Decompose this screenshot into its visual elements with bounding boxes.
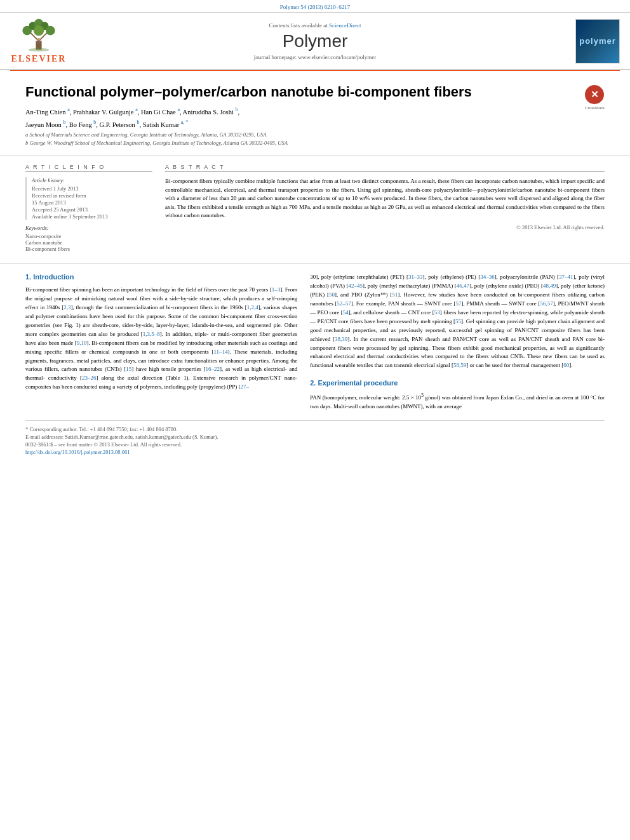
- experimental-title-text: Experimental procedure: [318, 379, 398, 387]
- ref-38-39[interactable]: 38,39: [335, 336, 347, 342]
- ref-52-57[interactable]: 52–57: [337, 300, 351, 307]
- article-info-header: A R T I C L E I N F O: [25, 164, 152, 172]
- article-title-section: Functional polymer–polymer/carbon nanotu…: [0, 71, 630, 156]
- elsevier-brand-text: ELSEVIER: [11, 54, 67, 64]
- ref-15[interactable]: 15: [126, 366, 131, 372]
- email-link-2[interactable]: satish.kumar@gatech.edu: [135, 434, 191, 440]
- polymer-brand-label: polymer: [579, 36, 616, 46]
- ref-1-2-4[interactable]: 1,2,4: [247, 304, 258, 310]
- keywords-label: Keywords:: [25, 225, 152, 231]
- email-label: E-mail addresses:: [25, 434, 64, 440]
- email-link-1[interactable]: Satish.Kumar@mse.gatech.edu: [65, 434, 133, 440]
- affiliation-b: b George W. Woodruff School of Mechanica…: [25, 140, 579, 146]
- article-info-abstract-section: A R T I C L E I N F O Article history: R…: [0, 156, 630, 264]
- abstract-header: A B S T R A C T: [165, 164, 605, 172]
- article-history: Article history: Received 1 July 2013 Re…: [25, 177, 152, 220]
- ref-16-22[interactable]: 16–22: [206, 366, 220, 372]
- ref-53[interactable]: 53: [434, 309, 440, 316]
- ref-1-3[interactable]: 1–3: [272, 286, 281, 293]
- article-title: Functional polymer–polymer/carbon nanotu…: [25, 84, 579, 100]
- ref-2-3[interactable]: 2,3: [64, 304, 70, 310]
- crossmark-badge[interactable]: ✕ CrossMark: [585, 85, 605, 110]
- abstract-text: Bi-component fibers typically combine mu…: [165, 177, 605, 220]
- keywords-block: Keywords: Nano-composite Carbon nanotube…: [25, 225, 152, 252]
- journal-reference: Polymer 54 (2013) 6210–6217: [0, 0, 630, 12]
- ref-48-49[interactable]: 48,49: [543, 283, 556, 289]
- accepted-date: Accepted 25 August 2013: [32, 206, 152, 213]
- right-paragraph1: 30], poly (ethylene terephthalate) (PET)…: [310, 273, 605, 370]
- ref-58-59[interactable]: 58,59: [453, 362, 466, 368]
- experimental-section-number: 2.: [310, 379, 316, 387]
- revised-label: Received in revised form: [32, 192, 152, 199]
- polymer-logo-box: polymer: [563, 19, 620, 63]
- journal-homepage: journal homepage: www.elsevier.com/locat…: [67, 54, 563, 60]
- ref-37-41[interactable]: 37–41: [559, 274, 573, 280]
- intro-paragraph: Bi-component fiber spinning has been an …: [25, 286, 297, 392]
- polymer-brand-image: polymer: [575, 19, 620, 63]
- high-word: high: [149, 366, 159, 372]
- elsevier-logo: ELSEVIER: [10, 18, 67, 64]
- doi-link[interactable]: http://dx.doi.org/10.1016/j.polymer.2013…: [25, 449, 605, 455]
- contents-line: Contents lists available at ScienceDirec…: [67, 22, 563, 29]
- ref-46-47[interactable]: 46,47: [457, 283, 469, 289]
- ref-9-10[interactable]: 9,10: [77, 340, 87, 346]
- intro-title-text: Introduction: [33, 273, 74, 281]
- main-content: 1. Introduction Bi-component fiber spinn…: [0, 264, 630, 420]
- ref-55[interactable]: 55: [455, 318, 461, 324]
- sciencedirect-link[interactable]: ScienceDirect: [329, 22, 361, 29]
- intro-section-title: 1. Introduction: [25, 273, 297, 281]
- email-line: E-mail addresses: Satish.Kumar@mse.gatec…: [25, 434, 605, 440]
- ref-11-14[interactable]: 11–14: [213, 349, 227, 355]
- abstract-column: A B S T R A C T Bi-component fibers typi…: [165, 164, 605, 256]
- ref-57[interactable]: 57: [455, 300, 461, 307]
- ref-31-33[interactable]: 31–33: [408, 274, 423, 280]
- ref-50[interactable]: 50: [329, 291, 335, 298]
- ref-34-36[interactable]: 34–36: [480, 274, 495, 280]
- received-date: Received 1 July 2013: [32, 185, 152, 192]
- authors-line2: Jaeyun Moon b, Bo Feng b, G.P. Peterson …: [25, 119, 579, 128]
- left-content-column: 1. Introduction Bi-component fiber spinn…: [25, 273, 297, 411]
- ref-42-45[interactable]: 42–45: [348, 283, 363, 289]
- svg-rect-13: [37, 41, 41, 44]
- ref-56-57[interactable]: 56,57: [540, 300, 553, 307]
- experimental-paragraph: PAN (homopolymer, molecular weight: 2.5 …: [310, 392, 605, 411]
- crossmark-label: CrossMark: [585, 105, 605, 110]
- ref-54[interactable]: 54: [343, 309, 349, 316]
- keyword-2: Carbon nanotube: [25, 239, 152, 246]
- copyright-line: © 2013 Elsevier Ltd. All rights reserved…: [165, 224, 605, 230]
- affiliation-a: a School of Materials Science and Engine…: [25, 131, 579, 138]
- ref-51[interactable]: 51: [392, 291, 398, 298]
- svg-point-1: [29, 48, 50, 52]
- ref-1-3-5-8[interactable]: 1,3,5–8: [143, 331, 160, 337]
- history-label: Article history:: [32, 177, 152, 183]
- ref-27[interactable]: 27–: [240, 383, 249, 390]
- available-date: Available online 3 September 2013: [32, 213, 152, 220]
- intro-section-number: 1.: [25, 273, 31, 281]
- ref-60[interactable]: 60: [563, 362, 569, 368]
- journal-title: Polymer: [67, 31, 563, 51]
- issn-line: 0032-3861/$ – see front matter © 2013 El…: [25, 441, 605, 448]
- keyword-3: Bi-component fibers: [25, 246, 152, 252]
- right-content-column: 30], poly (ethylene terephthalate) (PET)…: [310, 273, 605, 411]
- journal-center-header: Contents lists available at ScienceDirec…: [67, 22, 563, 60]
- svg-point-10: [46, 26, 55, 36]
- ref-23-26[interactable]: 23–26: [82, 375, 97, 381]
- journal-header: ELSEVIER Contents lists available at Sci…: [0, 12, 630, 70]
- email-suffix: (S. Kumar).: [192, 434, 218, 440]
- revised-date: 15 August 2013: [32, 199, 152, 206]
- article-info-column: A R T I C L E I N F O Article history: R…: [25, 164, 152, 256]
- footnotes-section: * Corresponding author. Tel.: +1 404 894…: [25, 420, 605, 462]
- experimental-section-title: 2. Experimental procedure: [310, 379, 605, 387]
- svg-point-12: [37, 38, 41, 41]
- corresponding-author-note: * Corresponding author. Tel.: +1 404 894…: [25, 426, 605, 432]
- svg-point-11: [34, 25, 44, 36]
- keyword-1: Nano-composite: [25, 233, 152, 239]
- authors-line1: An-Ting Chien a, Prabhakar V. Gulgunje a…: [25, 107, 579, 116]
